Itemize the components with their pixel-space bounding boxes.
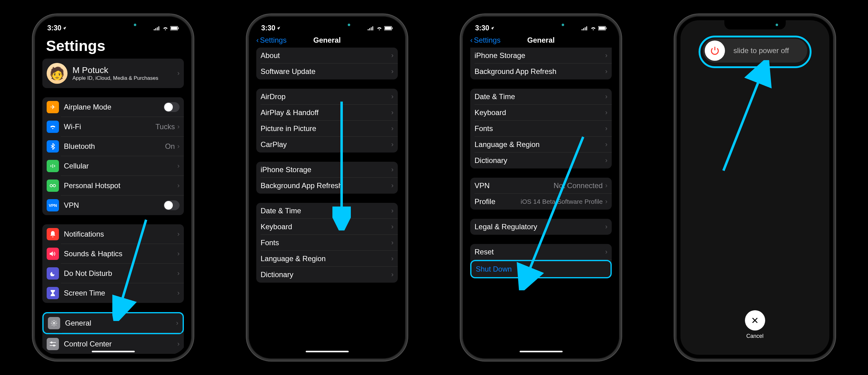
datetime-row[interactable]: Date & Time› (256, 203, 398, 219)
profile-subtitle: Apple ID, iCloud, Media & Purchases (72, 75, 177, 81)
fonts-row[interactable]: Fonts› (470, 121, 612, 136)
row-label: Language & Region (260, 254, 391, 263)
vpn-label: VPN (64, 201, 164, 210)
wifi-icon (590, 26, 596, 30)
chevron-icon: › (391, 271, 394, 279)
language-row[interactable]: Language & Region› (256, 251, 398, 267)
notch (297, 20, 358, 29)
notifications-row[interactable]: Notifications › (42, 224, 184, 244)
chevron-icon: › (177, 123, 180, 131)
row-label: About (260, 51, 391, 60)
chevron-icon: › (391, 93, 394, 101)
shutdown-row[interactable]: Shut Down (470, 260, 612, 278)
row-label: Profile (474, 197, 521, 206)
apple-id-row[interactable]: 🧑 M Potuck Apple ID, iCloud, Media & Pur… (42, 59, 184, 88)
dictionary-row[interactable]: Dictionary› (256, 267, 398, 283)
bluetooth-label: Bluetooth (64, 142, 165, 151)
svg-rect-26 (586, 26, 587, 30)
row-label: Picture in Picture (260, 124, 391, 133)
signal-icon (368, 26, 374, 30)
chevron-icon: › (605, 93, 608, 101)
chevron-left-icon: ‹ (256, 36, 259, 44)
profile-row[interactable]: ProfileiOS 14 Beta Software Profile› (470, 194, 612, 210)
airdrop-row[interactable]: AirDrop› (256, 89, 398, 105)
sounds-row[interactable]: Sounds & Haptics › (42, 244, 184, 263)
row-label: iPhone Storage (474, 51, 605, 60)
vpn-toggle[interactable] (164, 200, 180, 210)
hotspot-label: Personal Hotspot (64, 181, 177, 190)
keyboard-row[interactable]: Keyboard› (256, 219, 398, 235)
software-update-row[interactable]: Software Update› (256, 64, 398, 80)
row-label: AirPlay & Handoff (260, 108, 391, 117)
svg-point-13 (53, 345, 55, 346)
cellular-row[interactable]: Cellular › (42, 156, 184, 176)
dnd-row[interactable]: Do Not Disturb › (42, 263, 184, 283)
chevron-left-icon: ‹ (470, 36, 473, 44)
keyboard-row[interactable]: Keyboard› (470, 105, 612, 121)
airplane-toggle[interactable] (164, 102, 180, 112)
fonts-row[interactable]: Fonts› (256, 235, 398, 251)
highlight-box (699, 36, 811, 68)
bg-refresh-row[interactable]: Background App Refresh› (256, 178, 398, 194)
chevron-icon: › (391, 223, 394, 231)
status-right-icons (582, 26, 607, 30)
bg-refresh-row[interactable]: Background App Refresh› (470, 64, 612, 80)
general-group: General › Control Center › (42, 312, 184, 354)
dnd-label: Do Not Disturb (64, 269, 177, 278)
reset-row[interactable]: Reset› (470, 244, 612, 260)
bluetooth-row[interactable]: Bluetooth On › (42, 136, 184, 156)
storage-row[interactable]: iPhone Storage› (470, 48, 612, 64)
control-icon (46, 338, 59, 350)
cancel-button[interactable]: ✕ (745, 310, 765, 331)
general-row[interactable]: General › (42, 312, 184, 334)
wifi-label: Wi-Fi (64, 122, 156, 131)
dictionary-row[interactable]: Dictionary› (470, 153, 612, 168)
chevron-icon: › (391, 239, 394, 247)
location-icon (491, 24, 495, 32)
status-right-icons (154, 26, 179, 30)
vpn-row[interactable]: VPN VPN (42, 195, 184, 215)
sounds-label: Sounds & Haptics (64, 249, 177, 258)
status-time: 3:30 (47, 24, 61, 32)
row-label: Background App Refresh (474, 67, 605, 76)
notch (83, 20, 144, 29)
legal-row[interactable]: Legal & Regulatory› (470, 219, 612, 235)
svg-rect-20 (385, 27, 391, 29)
airplay-row[interactable]: AirPlay & Handoff› (256, 105, 398, 121)
airplane-icon: ✈︎ (46, 101, 59, 113)
connectivity-group: ✈︎ Airplane Mode Wi-Fi Tucks › Bluetooth… (42, 97, 184, 215)
vpn-row[interactable]: VPNNot Connected› (470, 178, 612, 194)
back-button[interactable]: ‹ Settings (470, 36, 501, 44)
wifi-row[interactable]: Wi-Fi Tucks › (42, 117, 184, 136)
svg-rect-21 (392, 27, 393, 29)
carplay-row[interactable]: CarPlay› (256, 136, 398, 153)
row-label: Dictionary (260, 270, 391, 279)
page-title: Settings (39, 34, 188, 59)
signal-icon (154, 26, 160, 30)
screentime-row[interactable]: Screen Time › (42, 283, 184, 303)
phone-screen-2: 3:30 ‹ Settings General About› Software … (253, 20, 401, 355)
svg-rect-15 (368, 29, 369, 30)
phone-screen-3: 3:30 ‹ Settings General iPhone Storage› … (467, 20, 615, 355)
vpn-icon: VPN (46, 199, 59, 212)
pip-row[interactable]: Picture in Picture› (256, 121, 398, 136)
datetime-row[interactable]: Date & Time› (470, 89, 612, 105)
wifi-icon (162, 26, 168, 30)
home-indicator[interactable] (306, 351, 349, 352)
phone-screen-4: slide to power off ✕ Cancel (680, 20, 829, 355)
row-label: AirDrop (260, 92, 391, 101)
storage-row[interactable]: iPhone Storage› (256, 162, 398, 178)
chevron-icon: › (391, 182, 394, 190)
about-row[interactable]: About› (256, 48, 398, 64)
airplane-mode-row[interactable]: ✈︎ Airplane Mode (42, 97, 184, 117)
back-button[interactable]: ‹ Settings (256, 36, 287, 44)
row-label: Language & Region (474, 140, 605, 149)
home-indicator[interactable] (92, 351, 135, 352)
hotspot-row[interactable]: Personal Hotspot › (42, 176, 184, 195)
language-row[interactable]: Language & Region› (470, 136, 612, 153)
back-label: Settings (260, 36, 287, 44)
row-label: Shut Down (476, 265, 606, 274)
chevron-icon: › (605, 198, 608, 206)
screentime-label: Screen Time (64, 289, 177, 298)
home-indicator[interactable] (520, 351, 563, 352)
